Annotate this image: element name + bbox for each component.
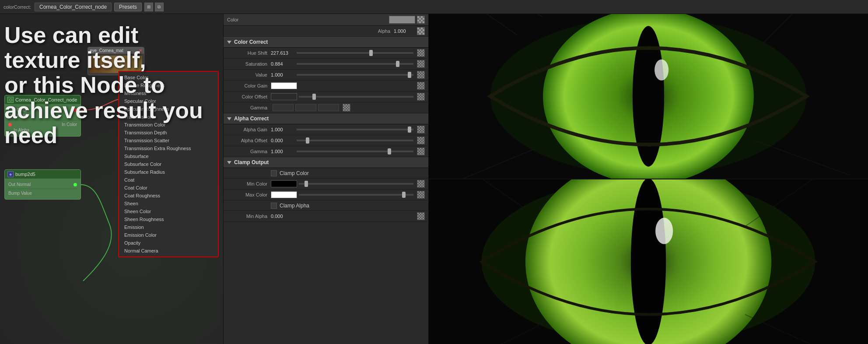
list-item-transmission[interactable]: Transmission [119, 113, 218, 121]
port-dot-in-color[interactable] [8, 123, 12, 126]
alpha-gain-knob[interactable] [408, 126, 411, 133]
alpha-correct-gamma-knob[interactable] [388, 148, 391, 154]
saturation-knob[interactable] [396, 61, 399, 67]
max-color-slider[interactable] [299, 191, 413, 198]
alpha-gain-row: Alpha Gain 1.000 [224, 124, 428, 135]
list-item-subsurface[interactable]: Subsurface [119, 152, 218, 160]
alpha-correct-gamma-slider[interactable] [297, 148, 413, 155]
list-item-sheen-roughness[interactable]: Sheen Roughness [119, 215, 218, 223]
bump-port-out-normal: Out Normal [8, 182, 77, 187]
saturation-checker[interactable] [417, 60, 425, 68]
node-graph-panel: Use can edit texture itself, or this Nod… [0, 14, 223, 344]
color-gain-row: Color Gain [224, 81, 428, 91]
hue-shift-slider[interactable] [297, 49, 413, 56]
list-item-transmission-scatter[interactable]: Transmission Scatter [119, 137, 218, 144]
icon-copy[interactable]: ⧉ [155, 3, 164, 11]
list-item-transmission-color[interactable]: Transmission Color [119, 121, 218, 129]
min-color-checker[interactable] [417, 180, 425, 188]
list-item-coat[interactable]: Coat [119, 176, 218, 184]
min-color-knob[interactable] [304, 181, 308, 187]
clamp-color-checkbox-label: Clamp Color [280, 170, 309, 176]
alpha-offset-slider[interactable] [297, 137, 413, 144]
bump2d5-node[interactable]: ◆ bump2d5 Out Normal Bump Value [4, 169, 81, 200]
hue-shift-knob[interactable] [369, 50, 373, 56]
port-dot-out-color[interactable] [74, 109, 77, 112]
port-dot-out-normal[interactable] [74, 183, 77, 186]
list-item-diffuse-roughness[interactable]: Diffuse Roughness [119, 81, 218, 89]
max-color-swatch[interactable] [271, 191, 297, 198]
shader-list-panel[interactable]: Base Color Diffuse Roughness Metalness S… [118, 71, 219, 257]
color-offset-label: Color Offset [227, 94, 271, 99]
color-gain-swatch[interactable] [271, 82, 297, 89]
min-alpha-checker[interactable] [417, 212, 425, 220]
cornea-node[interactable]: ⬡ Cornea_Color_Correct_node Out Color Ou… [4, 95, 81, 137]
saturation-value[interactable]: 0.884 [271, 61, 295, 67]
list-item-coat-roughness[interactable]: Coat Roughness [119, 192, 218, 200]
color-offset-checker[interactable] [417, 93, 425, 101]
clamp-color-checkbox-group: Clamp Color [271, 170, 309, 176]
value-knob[interactable] [408, 72, 411, 78]
list-item-normal-camera[interactable]: Normal Camera [119, 247, 218, 255]
alpha-checker-icon[interactable] [417, 27, 425, 35]
top-bar: colorCorrect: Cornea_Color_Correct_node … [0, 0, 868, 14]
gamma-v1[interactable]: 1.000 [273, 104, 294, 111]
list-item-coat-color[interactable]: Coat Color [119, 184, 218, 192]
list-item-transmission-depth[interactable]: Transmission Depth [119, 129, 218, 137]
list-item-transmission-extra-roughness[interactable]: Transmission Extra Roughness [119, 144, 218, 152]
alpha-offset-value[interactable]: 0.000 [271, 138, 295, 143]
color-swatch[interactable] [389, 16, 415, 24]
min-color-swatch[interactable] [271, 180, 297, 187]
alpha-gain-checker[interactable] [417, 126, 425, 133]
clamp-output-arrow-icon [227, 161, 231, 164]
value-track [297, 74, 413, 76]
node-close-btn[interactable]: ✕ [139, 48, 142, 53]
min-color-slider[interactable] [299, 180, 413, 187]
color-offset-slider[interactable] [299, 93, 413, 100]
list-item-metalness[interactable]: Metalness [119, 89, 218, 97]
alpha-correct-section-header[interactable]: Alpha Correct [224, 113, 428, 124]
list-item-sheen-color[interactable]: Sheen Color [119, 207, 218, 215]
alpha-correct-gamma-checker[interactable] [417, 147, 425, 155]
clamp-color-checkbox[interactable] [271, 170, 277, 176]
alpha-offset-checker[interactable] [417, 137, 425, 144]
list-item-sheen[interactable]: Sheen [119, 200, 218, 207]
alpha-correct-gamma-value[interactable]: 1.000 [271, 149, 295, 154]
list-item-opacity[interactable]: Opacity [119, 239, 218, 247]
color-offset-swatch[interactable] [271, 93, 297, 100]
value-slider[interactable] [297, 71, 413, 78]
clamp-alpha-checkbox[interactable] [271, 203, 277, 209]
clamp-color-checkbox-row: Clamp Color [224, 168, 428, 179]
icon-pin[interactable]: ⊞ [144, 3, 153, 11]
color-checker-icon[interactable] [417, 16, 425, 24]
color-gain-checker[interactable] [417, 82, 425, 90]
color-correct-section-header[interactable]: Color Correct [224, 37, 428, 48]
list-item-subsurface-radius[interactable]: Subsurface Radius [119, 168, 218, 176]
alpha-offset-knob[interactable] [306, 137, 309, 144]
list-item-subsurface-color[interactable]: Subsurface Color [119, 160, 218, 168]
list-item-specular-color[interactable]: Specular Color [119, 97, 218, 105]
value-val[interactable]: 1.000 [271, 72, 295, 77]
list-item-emission-color[interactable]: Emission Color [119, 231, 218, 239]
properties-panel: Color Alpha 1.000 Color Correct Hue Shif… [223, 14, 429, 344]
gamma-v2[interactable]: 1.000 [295, 104, 316, 111]
max-color-knob[interactable] [402, 192, 406, 198]
clamp-output-title: Clamp Output [234, 159, 269, 165]
alpha-gain-value[interactable]: 1.000 [271, 127, 295, 132]
saturation-slider[interactable] [297, 60, 413, 67]
max-color-checker[interactable] [417, 191, 425, 199]
clamp-output-section-header[interactable]: Clamp Output [224, 157, 428, 168]
list-item-emission[interactable]: Emission [119, 223, 218, 231]
list-item-base-color[interactable]: Base Color [119, 74, 218, 81]
value-checker[interactable] [417, 71, 425, 79]
min-alpha-value[interactable]: 0.000 [271, 214, 295, 219]
hue-shift-value[interactable]: 227.613 [271, 50, 295, 56]
presets-button[interactable]: Presets [114, 3, 142, 11]
color-offset-knob[interactable] [312, 94, 316, 100]
cornea-node-name: Cornea_Color_Correct_node [15, 97, 77, 102]
gamma-checker[interactable] [343, 104, 350, 112]
hue-shift-checker[interactable] [417, 49, 425, 57]
alpha-gain-slider[interactable] [297, 126, 413, 133]
gamma-v3[interactable]: 1.000 [318, 104, 339, 111]
alpha-label: Alpha [378, 28, 390, 34]
list-item-specular-roughness[interactable]: Specular Roughness [119, 105, 218, 113]
